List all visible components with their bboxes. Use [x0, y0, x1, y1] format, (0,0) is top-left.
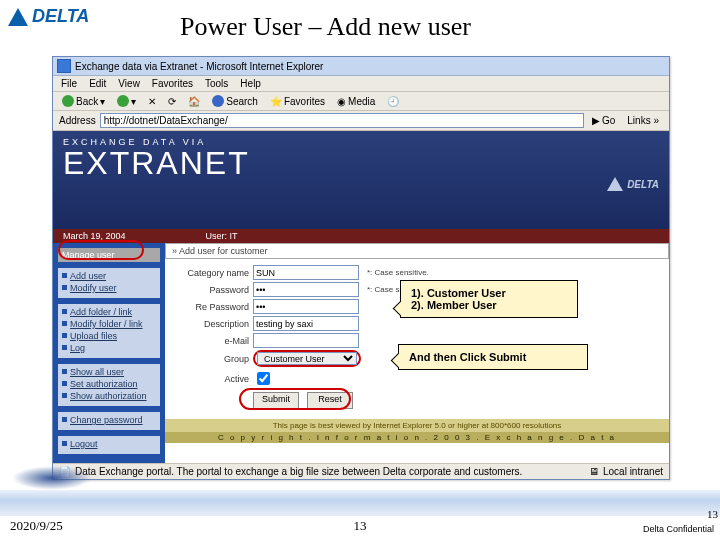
menu-file[interactable]: File	[61, 78, 77, 89]
sidebar-log[interactable]: Log	[62, 342, 156, 354]
ie-icon	[57, 59, 71, 73]
bottom-band	[0, 490, 720, 516]
links-button[interactable]: Links »	[623, 115, 663, 126]
zone-icon: 🖥	[589, 466, 599, 477]
browser-window: Exchange data via Extranet - Microsoft I…	[52, 56, 670, 480]
slide-confidential: Delta Confidential	[643, 524, 714, 534]
page-footer-2: C o p y r i g h t . I n f o r m a t i o …	[165, 432, 669, 443]
lbl-group: Group	[171, 354, 249, 364]
sidebar-add-user[interactable]: Add user	[62, 270, 156, 282]
lbl-active: Active	[171, 374, 249, 384]
status-text: Data Exchange portal. The portal to exch…	[75, 466, 585, 477]
sidebar: Manage user Add user Modify user Add fol…	[53, 243, 165, 463]
menu-edit[interactable]: Edit	[89, 78, 106, 89]
status-bar: 📄 Data Exchange portal. The portal to ex…	[53, 463, 669, 479]
hint-category: *: Case sensitive.	[367, 268, 429, 277]
delta-logo: DELTA	[8, 6, 89, 27]
menu-tools[interactable]: Tools	[205, 78, 228, 89]
window-title: Exchange data via Extranet - Microsoft I…	[75, 61, 323, 72]
input-repassword[interactable]	[253, 299, 359, 314]
ie-toolbar: Back ▾ ▾ ✕ ⟳ 🏠 Search ⭐Favorites ◉Media …	[53, 92, 669, 111]
lbl-repassword: Re Password	[171, 302, 249, 312]
sidebar-change-password[interactable]: Change password	[62, 414, 156, 426]
history-button[interactable]: 🕘	[384, 95, 402, 108]
sidebar-show-auth[interactable]: Show authorization	[62, 390, 156, 402]
sidebar-upload-files[interactable]: Upload files	[62, 330, 156, 342]
go-button[interactable]: ▶Go	[588, 115, 619, 126]
back-button[interactable]: Back ▾	[59, 94, 108, 108]
section-header: » Add user for customer	[165, 243, 669, 259]
banner-title: EXTRANET	[63, 147, 659, 179]
lbl-description: Description	[171, 319, 249, 329]
lbl-category: Category name	[171, 268, 249, 278]
stop-button[interactable]: ✕	[145, 95, 159, 108]
sidebar-modify-user[interactable]: Modify user	[62, 282, 156, 294]
input-password[interactable]	[253, 282, 359, 297]
slide-title: Power User – Add new user	[180, 12, 471, 42]
select-group[interactable]: Customer User	[257, 352, 357, 365]
info-user: User: IT	[206, 231, 238, 241]
group-select-highlight: Customer User	[253, 350, 361, 367]
lbl-password: Password	[171, 285, 249, 295]
banner-brand: DELTA	[607, 177, 659, 191]
refresh-button[interactable]: ⟳	[165, 95, 179, 108]
search-button[interactable]: Search	[209, 94, 261, 108]
sidebar-show-all-user[interactable]: Show all user	[62, 366, 156, 378]
menu-help[interactable]: Help	[240, 78, 261, 89]
callout-options: 1). Customer User 2). Member User	[400, 280, 578, 318]
lbl-email: e-Mail	[171, 336, 249, 346]
input-category[interactable]	[253, 265, 359, 280]
highlight-adduser	[58, 240, 144, 260]
favorites-button[interactable]: ⭐Favorites	[267, 95, 328, 108]
main-panel: » Add user for customer Category name*: …	[165, 243, 669, 443]
input-email[interactable]	[253, 333, 359, 348]
address-label: Address	[59, 115, 96, 126]
slide-date: 2020/9/25	[10, 518, 63, 534]
slide-page-center: 13	[354, 518, 367, 534]
input-description[interactable]	[253, 316, 359, 331]
sidebar-logout[interactable]: Logout	[62, 438, 156, 450]
delta-logo-text: DELTA	[32, 6, 89, 27]
checkbox-active[interactable]	[257, 372, 270, 385]
extranet-banner: EXCHANGE DATA VIA EXTRANET DELTA	[53, 131, 669, 229]
window-titlebar[interactable]: Exchange data via Extranet - Microsoft I…	[53, 57, 669, 76]
dome-graphic	[12, 466, 92, 490]
media-button[interactable]: ◉Media	[334, 95, 378, 108]
menu-bar: File Edit View Favorites Tools Help	[53, 76, 669, 92]
callout-action: And then Click Submit	[398, 344, 588, 370]
info-bar: March 19, 2004 User: IT	[53, 229, 669, 243]
address-bar: Address ▶Go Links »	[53, 111, 669, 131]
address-input[interactable]	[100, 113, 584, 128]
forward-button[interactable]: ▾	[114, 94, 139, 108]
home-button[interactable]: 🏠	[185, 95, 203, 108]
page-footer-1: This page is best viewed by Internet Exp…	[165, 419, 669, 432]
menu-view[interactable]: View	[118, 78, 140, 89]
sidebar-add-folder[interactable]: Add folder / link	[62, 306, 156, 318]
sidebar-set-auth[interactable]: Set authorization	[62, 378, 156, 390]
slide-page-corner: 13	[707, 508, 718, 520]
menu-favorites[interactable]: Favorites	[152, 78, 193, 89]
highlight-submit	[239, 388, 351, 410]
sidebar-modify-folder[interactable]: Modify folder / link	[62, 318, 156, 330]
zone-text: Local intranet	[603, 466, 663, 477]
